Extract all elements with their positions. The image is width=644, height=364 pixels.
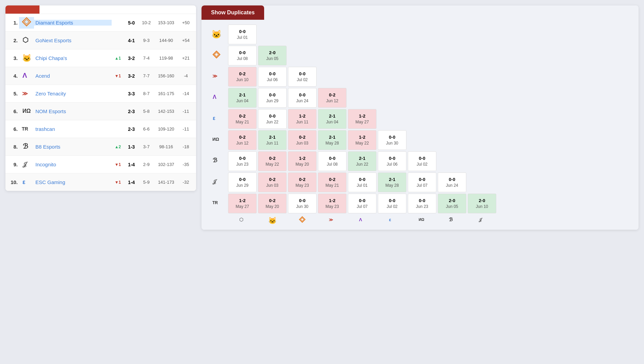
match-score: 0-0 xyxy=(329,155,336,162)
match-score: 0-2 xyxy=(299,134,306,140)
diff: +21 xyxy=(178,56,193,61)
rounds: 119-98 xyxy=(154,56,178,61)
team-name[interactable]: B8 Esports xyxy=(34,144,112,150)
svg-text:ИΩ: ИΩ xyxy=(22,108,31,114)
matrix-team-logo: ИΩ xyxy=(206,133,227,147)
rank-change: ▼1 xyxy=(112,74,124,78)
bottom-logos-row: ⬡🐱≫ΛεИΩℬ𝒥 xyxy=(206,215,634,226)
rounds: 144-90 xyxy=(154,38,178,43)
matrix-cell: 1-2May 27 xyxy=(348,109,376,129)
matrix-team-logo: ℬ xyxy=(206,154,227,168)
team-name[interactable]: Acend xyxy=(34,73,112,79)
rounds: 141-173 xyxy=(154,180,178,185)
svg-text:ИΩ: ИΩ xyxy=(212,137,219,142)
matrix-cell: 1-2May 22 xyxy=(348,130,376,150)
matrix-cell: 0-0Jun 30 xyxy=(378,130,406,150)
svg-text:ε: ε xyxy=(22,179,26,185)
standings-header xyxy=(5,5,196,14)
match-date: May 27 xyxy=(236,204,249,210)
match-score: 2-0 xyxy=(269,50,276,56)
team-name[interactable]: trashcan xyxy=(34,126,112,132)
team-name[interactable]: Chipi Chapa's xyxy=(34,55,112,61)
svg-text:𝒥: 𝒥 xyxy=(479,217,483,222)
match-score: 0-0 xyxy=(239,177,246,183)
team-name[interactable]: NOM Esports xyxy=(34,108,112,114)
match-score: 0-0 xyxy=(239,50,246,56)
team-name[interactable]: ESC Gaming xyxy=(34,179,112,185)
match-date: Jun 23 xyxy=(236,162,248,167)
svg-text:ℬ: ℬ xyxy=(449,217,453,222)
team-name[interactable]: Diamant Esports xyxy=(34,20,112,26)
matrix-cell: 2-1Jun 04 xyxy=(228,88,257,108)
team-name[interactable]: GoNext Esports xyxy=(34,37,112,43)
team-logo: TR xyxy=(19,123,34,135)
svg-text:Λ: Λ xyxy=(359,217,362,222)
match-date: Jul 02 xyxy=(297,77,308,83)
svg-text:Λ: Λ xyxy=(213,94,216,100)
match-date: Jun 04 xyxy=(326,119,338,125)
matrix-cell: 0-2Jun 03 xyxy=(288,130,317,150)
matrix-cell: 0-2May 21 xyxy=(228,109,257,129)
win-loss: 3-2 xyxy=(124,56,139,61)
rank-change: ▲1 xyxy=(112,56,124,61)
svg-marker-0 xyxy=(22,18,31,26)
rank-change: ▲2 xyxy=(112,145,124,149)
match-score: 0-0 xyxy=(419,177,425,183)
match-score: 2-0 xyxy=(479,198,485,204)
standings-title xyxy=(39,5,196,14)
row-rank: 8. xyxy=(8,144,19,150)
standings-row: 8. ℬ B8 Esports ▲2 1-3 3-7 98-116 -18 xyxy=(5,138,196,155)
match-score: 0-2 xyxy=(269,177,276,183)
matrix-row: ≫0-2Jun 100-0Jul 060-0Jul 02 xyxy=(206,66,634,87)
svg-text:𝒥: 𝒥 xyxy=(22,161,28,168)
maps: 2-9 xyxy=(139,162,154,167)
match-score: 0-2 xyxy=(239,134,246,140)
match-date: Jun 11 xyxy=(266,140,278,146)
matrix-team-logo: Λ xyxy=(206,91,227,105)
matrix-cell: 0-0Jun 23 xyxy=(228,151,257,171)
svg-text:TR: TR xyxy=(22,126,28,132)
bottom-logo xyxy=(288,216,317,225)
win-loss: 1-3 xyxy=(124,144,139,150)
match-score: 0-0 xyxy=(269,71,276,77)
standings-row: 6. TR trashcan 2-3 6-6 109-120 -11 xyxy=(5,120,196,138)
diff: -18 xyxy=(178,144,193,149)
rounds: 142-153 xyxy=(154,109,178,114)
matrix-team-logo: ε xyxy=(206,112,227,126)
maps: 10-2 xyxy=(139,20,154,25)
match-score: 2-1 xyxy=(389,177,396,183)
match-score: 0-0 xyxy=(239,29,246,35)
match-date: Jul 07 xyxy=(417,183,428,188)
maps: 5-8 xyxy=(139,109,154,114)
show-duplicates-button[interactable]: Show Duplicates xyxy=(202,5,264,20)
maps: 6-6 xyxy=(139,126,154,132)
matrix-cell: 1-2May 20 xyxy=(288,151,317,171)
bottom-logo: ИΩ xyxy=(408,216,436,225)
matrix-cell: 0-0Jul 08 xyxy=(228,46,257,65)
match-date: Jun 12 xyxy=(236,140,248,146)
team-name[interactable]: Zero Tenacity xyxy=(34,91,112,96)
matrix-cell: 1-2Jun 11 xyxy=(288,109,317,129)
matrix-cell: 0-0Jul 02 xyxy=(378,194,406,213)
rounds: 153-103 xyxy=(154,20,178,25)
match-score: 0-2 xyxy=(269,155,276,162)
maps: 7-7 xyxy=(139,73,154,78)
match-score: 0-0 xyxy=(449,177,455,183)
match-date: Jul 07 xyxy=(357,204,368,210)
matrix-cell: 0-2Jun 12 xyxy=(228,130,257,150)
bottom-logo: ⬡ xyxy=(228,216,257,225)
svg-text:⬡: ⬡ xyxy=(239,217,243,222)
rounds: 98-116 xyxy=(154,144,178,149)
bottom-logo: ε xyxy=(378,216,406,225)
match-score: 2-1 xyxy=(359,155,366,162)
matrix-cell: 1-2May 27 xyxy=(228,194,257,213)
rounds: 156-160 xyxy=(154,73,178,78)
match-score: 0-2 xyxy=(299,177,306,183)
team-name[interactable]: Incognito xyxy=(34,162,112,167)
svg-text:≫: ≫ xyxy=(212,73,218,79)
match-score: 0-2 xyxy=(329,92,336,98)
match-score: 1-2 xyxy=(329,198,336,204)
win-loss: 4-1 xyxy=(124,38,139,43)
match-date: Jun 03 xyxy=(296,140,308,146)
rank-change: ▼1 xyxy=(112,180,124,185)
